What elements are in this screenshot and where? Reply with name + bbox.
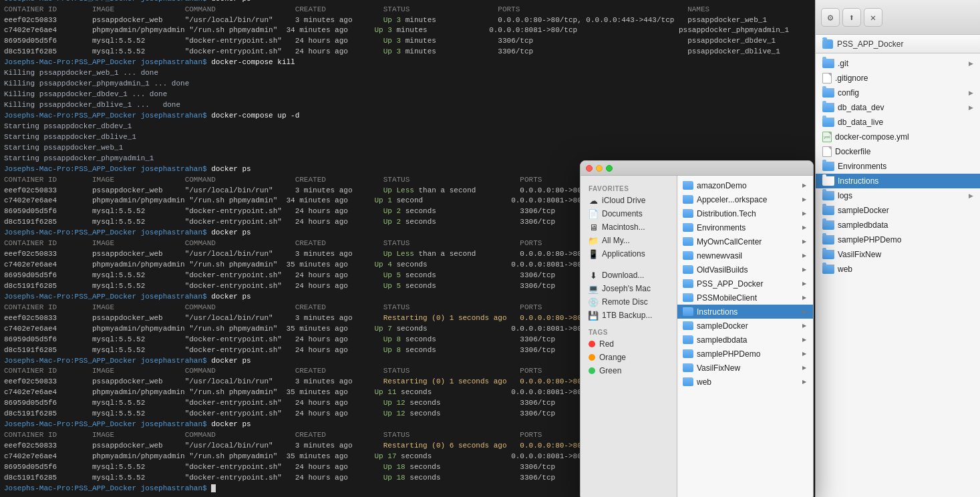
finder-overlay-item[interactable]: Instructions▶ [677,305,813,319]
finder-item[interactable]: VasilFixNew [816,247,980,262]
folder-icon [822,250,834,259]
finder-item[interactable]: db_data_live [816,115,980,130]
sidebar-label: Documents [602,209,643,218]
file-name: PSS_APP_Docker [697,279,799,289]
sidebar-item-download[interactable]: ⬇ Download... [581,269,677,282]
sidebar-item-red[interactable]: Red [581,337,677,351]
finder-item[interactable]: Dockerfile [816,144,980,159]
sidebar-item-all[interactable]: 📁 All My... [581,234,677,247]
tags-header: Tags [581,325,677,337]
finder-overlay-item[interactable]: samplePHPDemo▶ [677,347,813,361]
finder-overlay-item[interactable]: OldVasilBuilds▶ [677,263,813,277]
finder-overlay-item[interactable]: web▶ [677,375,813,389]
finder-item[interactable]: Instructions [816,174,980,188]
maximize-button[interactable] [606,165,613,172]
folder-icon [683,321,693,330]
finder-item[interactable]: logs▶ [816,188,980,203]
sidebar-label: All My... [602,236,630,245]
sidebar-item-josepha[interactable]: 💻 Joseph's Mac [581,282,677,295]
expand-arrow: ▶ [969,104,973,111]
sidebar-label: Remote Disc [602,297,648,307]
finder-panel: ⚙ ⬆ ✕ PSS_APP_Docker .git▶.gitignoreconf… [815,0,980,497]
sidebar-item-applications[interactable]: 📱 Applications [581,247,677,261]
file-name: VasilFixNew [697,363,799,373]
finder-item[interactable]: config▶ [816,86,980,100]
finder-overlay-item[interactable]: amazonDemo▶ [677,178,813,192]
finder-item[interactable]: sampleDocker [816,203,980,218]
finder-overlay-item[interactable]: PSSMobileClient▶ [677,291,813,305]
app-icon: 📱 [589,249,598,259]
file-name: db_data_live [838,118,883,127]
sidebar-item-remote[interactable]: 💿 Remote Disc [581,295,677,309]
sidebar-item-backup[interactable]: 💾 1TB Backup... [581,309,677,322]
expand-arrow: ▶ [969,192,973,199]
sidebar-label: Macintosh... [602,222,645,232]
folder-icon [822,59,834,68]
share-button[interactable]: ⬆ [842,8,861,27]
finder-overlay-item[interactable]: Distribution.Tech▶ [677,206,813,220]
yaml-icon: yml [822,132,832,142]
finder-overlay-item[interactable]: MyOwnCallCenter▶ [677,234,813,248]
finder-overlay-item[interactable]: newnewvasil▶ [677,248,813,263]
gear-button[interactable]: ⚙ [821,8,840,27]
tag-button[interactable]: ✕ [864,8,882,27]
file-name: newnewvasil [697,251,799,261]
file-name: .gitignore [835,73,868,83]
finder-overlay-item[interactable]: sampledbdata▶ [677,333,813,347]
finder-item[interactable]: .git▶ [816,56,980,71]
expand-triangle: ▶ [802,351,808,357]
sidebar-label: Green [599,366,621,375]
finder-item[interactable]: Environments [816,159,980,174]
sidebar-label: Red [599,339,614,349]
sidebar-label: iCloud Drive [602,196,645,205]
file-name: samplePHPDemo [838,235,901,244]
finder-main-content[interactable]: amazonDemo▶Appceler...orkspace▶Distribut… [677,176,813,497]
sidebar-item-icloud[interactable]: ☁ iCloud Drive [581,194,677,207]
expand-triangle: ▶ [802,295,808,301]
mac-icon: 🖥 [589,222,598,232]
finder-overlay-item[interactable]: Environments▶ [677,220,813,234]
documents-icon: 📄 [589,209,598,218]
finder-item[interactable]: .gitignore [816,71,980,86]
finder-toolbar: ⚙ ⬆ ✕ [816,0,980,35]
folder-icon [822,118,834,127]
folder-icon [683,363,693,372]
expand-triangle: ▶ [802,196,808,202]
red-tag-icon [589,341,595,347]
sidebar-item-documents[interactable]: 📄 Documents [581,207,677,220]
close-button[interactable] [586,165,593,172]
sidebar-item-green[interactable]: Green [581,364,677,377]
file-icon [822,73,832,84]
finder-file-list[interactable]: .git▶.gitignoreconfig▶db_data_dev▶db_dat… [816,53,980,497]
sidebar-label: 1TB Backup... [602,311,652,320]
finder-overlay-item[interactable]: PSS_APP_Docker▶ [677,277,813,291]
orange-tag-icon [589,354,595,361]
finder-overlay-item[interactable]: sampleDocker▶ [677,319,813,333]
finder-item[interactable]: db_data_dev▶ [816,100,980,115]
finder-overlay: Favorites ☁ iCloud Drive 📄 Documents 🖥 M… [580,160,814,497]
file-name: Appceler...orkspace [697,195,799,204]
josepha-icon: 💻 [589,284,598,293]
finder-item[interactable]: ymldocker-compose.yml [816,130,980,144]
finder-item[interactable]: web [816,262,980,277]
finder-overlay-item[interactable]: Appceler...orkspace▶ [677,192,813,206]
folder-icon [822,206,834,215]
finder-item[interactable]: samplePHPDemo [816,232,980,247]
expand-triangle: ▶ [802,309,808,315]
icloud-icon: ☁ [589,196,598,205]
folder-icon [683,195,693,204]
file-name: sampledbdata [838,220,888,230]
file-name: sampledbdata [697,335,799,345]
sidebar-label: Download... [602,271,644,280]
title-folder-icon [822,39,833,49]
finder-folder-name: PSS_APP_Docker [837,39,903,49]
finder-overlay-item[interactable]: VasilFixNew▶ [677,361,813,375]
sidebar-item-mac[interactable]: 🖥 Macintosh... [581,220,677,234]
file-name: db_data_dev [838,103,884,112]
minimize-button[interactable] [596,165,603,172]
expand-triangle: ▶ [802,253,808,259]
sidebar-label: Joseph's Mac [602,284,651,293]
finder-item[interactable]: sampledbdata [816,218,980,232]
folder-icon [822,235,834,244]
sidebar-item-orange[interactable]: Orange [581,351,677,364]
